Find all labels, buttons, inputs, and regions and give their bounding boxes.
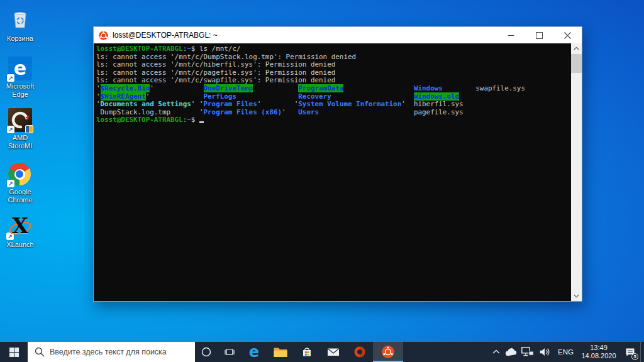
tray-clock[interactable]: 13:49 14.08.2020 [577, 342, 620, 362]
scroll-up-icon [574, 47, 579, 50]
taskbar-pin-file-explorer[interactable] [267, 342, 294, 362]
notification-badge: 5 [631, 353, 638, 360]
edge-icon: e [249, 345, 259, 359]
shortcut-arrow-icon: ↗ [7, 74, 14, 82]
xlaunch-icon: X [8, 214, 33, 239]
tray-language-indicator[interactable]: ENG [554, 342, 577, 362]
taskbar-pin-microsoft-store[interactable] [294, 342, 320, 362]
task-view-icon [225, 347, 235, 357]
cortana-icon [201, 347, 211, 357]
taskbar-pin-office[interactable] [347, 342, 373, 362]
taskbar-pin-mail[interactable] [320, 342, 347, 362]
desktop-icon-microsoft-edge[interactable]: e ↗ Microsoft Edge [0, 57, 40, 99]
network-icon [521, 347, 534, 357]
speaker-icon [540, 348, 551, 356]
tray-onedrive-button[interactable] [503, 342, 519, 362]
close-icon [564, 32, 571, 39]
clock-time: 13:49 [590, 344, 608, 352]
system-tray: ENG 13:49 14.08.2020 5 [489, 342, 644, 362]
terminal-body[interactable]: losst@DESKTOP-ATRABGL:~$ ls /mnt/c/ls: c… [94, 43, 582, 301]
scroll-down-button[interactable] [571, 291, 582, 301]
recycle-bin-icon [8, 5, 33, 33]
maximize-button[interactable] [525, 27, 553, 43]
desktop-icon-label: Корзина [7, 35, 33, 43]
terminal-scrollbar[interactable] [571, 43, 582, 301]
onedrive-cloud-icon [505, 348, 518, 356]
file-explorer-icon [274, 346, 287, 358]
tray-network-button[interactable] [519, 342, 536, 362]
shortcut-arrow-icon: ↗ [7, 126, 14, 133]
tray-expand-button[interactable] [489, 342, 503, 362]
scrollbar-thumb[interactable] [571, 54, 582, 73]
taskbar-search-box[interactable] [28, 342, 195, 362]
desktop-icon-label: Microsoft Edge [0, 82, 40, 99]
ubuntu-icon [99, 31, 108, 40]
show-desktop-button[interactable] [640, 342, 644, 362]
tray-volume-button[interactable] [536, 342, 554, 362]
taskbar: e [0, 342, 644, 362]
terminal-line: losst@DESKTOP-ATRABGL:~$ [96, 116, 525, 124]
start-button[interactable] [0, 342, 28, 362]
desktop-icon-label: Google Chrome [0, 188, 40, 204]
scroll-down-icon [574, 294, 579, 298]
taskbar-pin-ubuntu-active[interactable] [373, 342, 403, 362]
taskbar-pin-edge[interactable]: e [241, 342, 267, 362]
desktop-icon-recycle-bin[interactable]: Корзина [0, 5, 40, 43]
store-icon [301, 346, 313, 358]
mail-icon [327, 347, 340, 357]
desktop-icon-label: AMD StoreMI [0, 134, 40, 150]
window-title: losst@DESKTOP-ATRABGL: ~ [113, 31, 218, 40]
desktop-icon-amd-storemi[interactable]: ↗ AMD StoreMI [0, 108, 40, 150]
desktop-icon-google-chrome[interactable]: ↗ Google Chrome [0, 162, 40, 204]
shortcut-arrow-icon: ↗ [7, 180, 14, 187]
windows-logo-icon [9, 348, 19, 357]
office-icon [353, 346, 366, 358]
chevron-up-icon [492, 348, 501, 356]
search-icon [35, 347, 45, 357]
minimize-button[interactable] [497, 27, 525, 43]
terminal-output: losst@DESKTOP-ATRABGL:~$ ls /mnt/c/ls: c… [96, 45, 525, 124]
minimize-icon [508, 32, 514, 39]
amd-shield-badge [25, 125, 33, 133]
scroll-up-button[interactable] [571, 43, 582, 53]
cortana-button[interactable] [195, 342, 218, 362]
clock-date: 14.08.2020 [581, 352, 616, 360]
maximize-icon [536, 32, 543, 39]
ubuntu-icon [381, 345, 395, 359]
search-input[interactable] [50, 348, 195, 356]
desktop-icon-xlaunch[interactable]: X ↗ XLaunch [0, 214, 40, 249]
terminal-titlebar[interactable]: losst@DESKTOP-ATRABGL: ~ [94, 27, 582, 43]
action-center-button[interactable]: 5 [620, 342, 640, 362]
desktop-icon-label: XLaunch [6, 241, 33, 249]
terminal-window: losst@DESKTOP-ATRABGL: ~ losst@DESKTOP-A… [93, 26, 582, 302]
task-view-button[interactable] [218, 342, 241, 362]
close-button[interactable] [553, 27, 582, 43]
